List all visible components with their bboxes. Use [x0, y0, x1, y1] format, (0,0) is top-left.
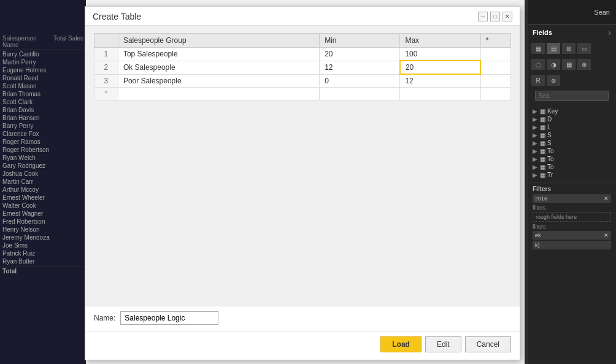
line-chart-icon[interactable]: ◌: [531, 59, 545, 70]
max-header: Max: [400, 34, 480, 48]
row-num-cell: 3: [94, 74, 118, 88]
max-cell[interactable]: 100: [400, 48, 480, 61]
filter-chip-year: 2016 ✕: [533, 194, 611, 203]
max-cell[interactable]: 20: [400, 61, 480, 74]
field-s2[interactable]: ▶▦S: [533, 139, 611, 147]
right-panel-header: Fields ›: [528, 25, 616, 40]
sidebar-row: Martin Perry: [0, 58, 86, 66]
sidebar-rows: Barry CastilloMartin PerryEugene HolmesR…: [0, 50, 86, 265]
star-cell: [480, 48, 510, 61]
sidebar-row: Barry Castillo: [0, 50, 86, 58]
panel-expand-icon[interactable]: ›: [608, 28, 611, 37]
sidebar-row: Scott Mason: [0, 82, 86, 90]
page-filters-label: filters: [533, 224, 611, 230]
sidebar-row: Ernest Wagner: [0, 210, 86, 218]
through-fields-placeholder: rough fields here: [533, 212, 611, 222]
field-d[interactable]: ▶▦D: [533, 115, 611, 123]
sidebar-row: Gary Rodriguez: [0, 162, 86, 170]
stacked-bar-icon[interactable]: ▦: [562, 59, 576, 70]
table-body: 1 Top Salespeople 20 100 2 Ok Salespeopl…: [94, 48, 511, 100]
filters-section: Filters 2016 ✕ filters rough fields here…: [528, 183, 616, 253]
scatter-icon[interactable]: ⊕: [577, 59, 591, 70]
table-row: 3 Poor Salespeople 0 12: [94, 74, 511, 88]
edit-button[interactable]: Edit: [425, 336, 461, 352]
sidebar-row: Jeremy Mendoza: [0, 233, 86, 241]
custom-visual-icon[interactable]: ⊗: [547, 75, 560, 86]
sidebar-row: Scott Clark: [0, 98, 86, 106]
min-cell[interactable]: 20: [320, 48, 400, 61]
card-icon[interactable]: ▭: [577, 43, 591, 54]
panel-icons-row1: ▦ ▤ ⊞ ▭: [528, 40, 616, 56]
table-new-row[interactable]: *: [94, 88, 511, 100]
row-num-header: [94, 34, 118, 48]
dialog-title: Create Table: [93, 12, 141, 21]
new-row-star: [480, 88, 510, 100]
filters-title: Filters: [533, 186, 611, 192]
max-cell[interactable]: 12: [400, 74, 480, 88]
fields-list: ▶▦Key ▶▦D ▶▦L ▶▦S ▶▦S ▶▦To ▶▦To ▶▦To ▶▦T…: [528, 106, 616, 180]
sidebar-row: Roger Ramos: [0, 138, 86, 146]
sidebar-row: Patrick Ruiz: [0, 249, 86, 257]
cancel-button[interactable]: Cancel: [465, 336, 511, 352]
field-key[interactable]: ▶▦Key: [533, 107, 611, 115]
left-sidebar: Salesperson Name Total Sales Barry Casti…: [0, 0, 86, 364]
star-cell: [480, 61, 510, 74]
field-to3[interactable]: ▶▦To: [533, 163, 611, 171]
sidebar-row: Ryan Butler: [0, 257, 86, 265]
table-row: 2 Ok Salespeople 12 20: [94, 61, 511, 74]
min-cell[interactable]: 12: [320, 61, 400, 74]
group-cell[interactable]: Top Salespeople: [118, 48, 319, 61]
sidebar-col2-header: Total Sales: [53, 35, 83, 48]
close-button[interactable]: ✕: [502, 12, 512, 21]
sidebar-total: Total: [0, 267, 86, 275]
filter-close-icon[interactable]: ✕: [604, 195, 609, 202]
map-icon[interactable]: R: [531, 75, 545, 86]
new-row-max[interactable]: [400, 88, 480, 100]
sidebar-row: Eugene Holmes: [0, 66, 86, 74]
sidebar-col1-header: Salesperson Name: [2, 35, 53, 48]
sidebar-row: Roger Robertson: [0, 146, 86, 154]
sidebar-row: Brian Thomas: [0, 90, 86, 98]
fields-title: Fields: [533, 29, 552, 36]
field-s1[interactable]: ▶▦S: [533, 131, 611, 139]
filter-chip-k: ek ✕: [533, 231, 611, 240]
field-l[interactable]: ▶▦L: [533, 123, 611, 131]
minimize-button[interactable]: ─: [478, 12, 488, 21]
name-input[interactable]: [120, 311, 218, 325]
field-to1[interactable]: ▶▦To: [533, 147, 611, 155]
dialog-footer: Load Edit Cancel: [85, 331, 520, 360]
field-tr[interactable]: ▶▦Tr: [533, 171, 611, 179]
new-row-min[interactable]: [320, 88, 400, 100]
min-header: Min: [320, 34, 400, 48]
maximize-button[interactable]: □: [490, 12, 500, 21]
panel-icons-row2: ◌ ◑ ▦ ⊕: [528, 56, 616, 72]
group-cell[interactable]: Poor Salespeople: [118, 74, 319, 88]
right-panel: Sean Fields › ▦ ▤ ⊞ ▭ ◌ ◑ ▦ ⊕ R ⊗ ▶▦Key …: [527, 0, 616, 364]
sidebar-row: Joe Sims: [0, 241, 86, 249]
group-header: Salespeople Group: [118, 34, 319, 48]
table-icon[interactable]: ▤: [547, 43, 560, 54]
min-cell[interactable]: 0: [320, 74, 400, 88]
row-num-cell: 2: [94, 61, 118, 74]
load-button[interactable]: Load: [380, 336, 422, 352]
area-chart-icon[interactable]: ◑: [547, 59, 560, 70]
sidebar-row: Ryan Welch: [0, 154, 86, 162]
field-to2[interactable]: ▶▦To: [533, 155, 611, 163]
table-row: 1 Top Salespeople 20 100: [94, 48, 511, 61]
salespeople-table: Salespeople Group Min Max * 1 Top Salesp…: [94, 33, 511, 100]
bar-chart-icon[interactable]: ▦: [531, 43, 545, 54]
matrix-icon[interactable]: ⊞: [562, 43, 576, 54]
sidebar-row: Arthur Mccoy: [0, 186, 86, 194]
group-cell[interactable]: Ok Salespeople: [118, 61, 319, 74]
fields-search-input[interactable]: [535, 91, 609, 101]
dialog-table-area: Salespeople Group Min Max * 1 Top Salesp…: [85, 26, 520, 306]
new-row-group[interactable]: [118, 88, 319, 100]
dialog-controls: ─ □ ✕: [478, 12, 512, 21]
new-row-num: *: [94, 88, 118, 100]
filter-k-close-icon[interactable]: ✕: [604, 232, 609, 238]
sidebar-row: Brian Davis: [0, 106, 86, 114]
row-num-cell: 1: [94, 48, 118, 61]
sidebar-row: Brian Hansen: [0, 114, 86, 122]
sidebar-row: Barry Perry: [0, 122, 86, 130]
sidebar-table-header: Salesperson Name Total Sales: [0, 34, 86, 50]
